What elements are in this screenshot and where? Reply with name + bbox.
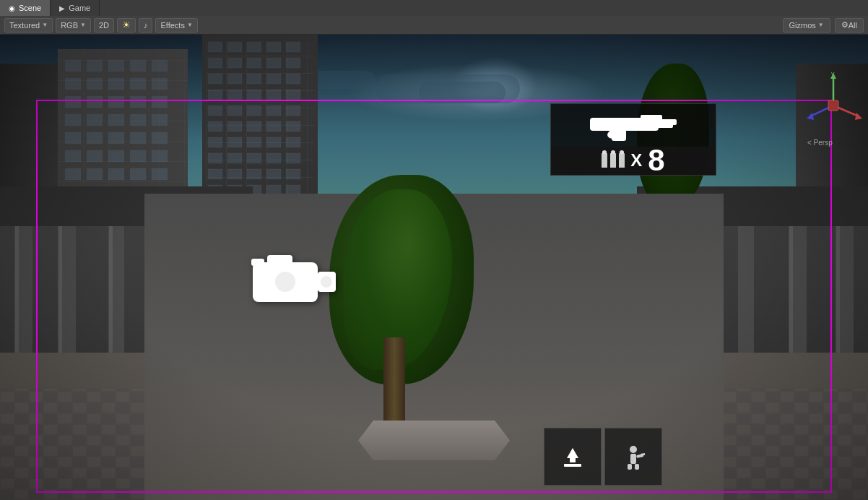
hud-player-button[interactable] xyxy=(604,428,662,486)
svg-rect-28 xyxy=(87,132,103,144)
svg-rect-148 xyxy=(828,100,838,111)
svg-rect-55 xyxy=(266,58,281,68)
ammo-x-label: X xyxy=(630,150,642,171)
svg-rect-125 xyxy=(251,259,264,266)
gizmos-dropdown[interactable]: Gizmos ▼ xyxy=(783,18,830,33)
svg-rect-52 xyxy=(208,58,222,68)
scene-viewport[interactable]: X 8 xyxy=(0,35,868,500)
tree-planter xyxy=(358,421,510,460)
svg-rect-54 xyxy=(247,58,261,68)
textured-dropdown[interactable]: Textured ▼ xyxy=(4,18,53,33)
svg-rect-36 xyxy=(152,150,168,162)
tab-scene[interactable]: ◉ Scene xyxy=(0,0,51,16)
game-tab-label: Game xyxy=(69,4,90,12)
svg-rect-80 xyxy=(266,137,281,147)
audio-button[interactable]: ♪ xyxy=(139,18,153,33)
svg-rect-56 xyxy=(286,58,300,68)
svg-marker-145 xyxy=(855,113,862,120)
audio-icon: ♪ xyxy=(144,21,148,30)
all-button[interactable]: ⚙ All xyxy=(835,18,864,33)
svg-rect-25 xyxy=(130,114,146,126)
svg-marker-135 xyxy=(567,448,578,462)
svg-rect-89 xyxy=(247,169,261,179)
svg-rect-134 xyxy=(564,464,581,467)
svg-rect-41 xyxy=(152,168,168,180)
bullet-1 xyxy=(602,153,607,168)
textured-arrow-icon: ▼ xyxy=(42,22,48,28)
svg-rect-124 xyxy=(267,255,292,265)
svg-rect-84 xyxy=(247,153,261,163)
hud-download-button[interactable] xyxy=(544,428,602,486)
download-icon xyxy=(560,444,586,470)
sun-button[interactable]: ☀ xyxy=(117,18,136,33)
svg-text:y: y xyxy=(831,70,835,77)
svg-rect-91 xyxy=(286,169,300,179)
all-label: ⚙ xyxy=(841,20,849,30)
svg-rect-12 xyxy=(65,78,81,90)
scene-tab-icon: ◉ xyxy=(9,4,15,12)
svg-rect-7 xyxy=(65,60,81,72)
svg-rect-66 xyxy=(286,90,300,100)
svg-rect-68 xyxy=(227,105,242,116)
weapon-hud: X 8 xyxy=(550,103,716,176)
effects-label: Effects xyxy=(160,21,184,30)
svg-rect-50 xyxy=(266,42,281,52)
svg-rect-15 xyxy=(130,78,146,90)
svg-rect-51 xyxy=(286,42,300,52)
svg-rect-30 xyxy=(130,132,146,144)
svg-rect-79 xyxy=(247,137,261,147)
svg-rect-62 xyxy=(208,90,222,100)
svg-rect-27 xyxy=(65,132,81,144)
svg-rect-18 xyxy=(87,96,103,108)
svg-rect-48 xyxy=(227,42,242,52)
cloud-2 xyxy=(419,82,505,103)
textured-label: Textured xyxy=(9,21,40,30)
svg-rect-39 xyxy=(108,168,124,180)
svg-rect-13 xyxy=(87,78,103,90)
rgb-arrow-icon: ▼ xyxy=(80,22,86,28)
svg-rect-77 xyxy=(208,137,222,147)
weapon-ammo: X 8 xyxy=(551,147,716,175)
svg-marker-147 xyxy=(807,113,814,120)
svg-rect-83 xyxy=(227,153,242,163)
svg-rect-87 xyxy=(208,169,222,179)
svg-rect-10 xyxy=(130,60,146,72)
gizmos-arrow-icon: ▼ xyxy=(818,22,824,28)
svg-rect-24 xyxy=(108,114,124,126)
2d-label: 2D xyxy=(99,21,109,30)
svg-rect-60 xyxy=(266,74,281,84)
svg-rect-71 xyxy=(286,105,300,116)
2d-button[interactable]: 2D xyxy=(94,18,114,33)
svg-rect-59 xyxy=(247,74,261,84)
svg-rect-81 xyxy=(286,137,300,147)
svg-rect-82 xyxy=(208,153,222,163)
persp-label-area: < Persp xyxy=(807,139,862,147)
svg-point-123 xyxy=(275,272,295,292)
svg-rect-72 xyxy=(208,121,222,132)
rgb-dropdown[interactable]: RGB ▼ xyxy=(56,18,91,33)
svg-rect-63 xyxy=(227,90,242,100)
svg-rect-26 xyxy=(152,114,168,126)
svg-rect-61 xyxy=(286,74,300,84)
svg-rect-22 xyxy=(65,114,81,126)
camera-icon-wrapper xyxy=(246,244,339,312)
effects-arrow-icon: ▼ xyxy=(187,22,193,28)
svg-rect-34 xyxy=(108,150,124,162)
svg-rect-86 xyxy=(286,153,300,163)
bullet-2 xyxy=(610,153,616,168)
game-tab-icon: ▶ xyxy=(59,4,65,12)
ammo-count: 8 xyxy=(648,145,664,176)
svg-rect-74 xyxy=(247,121,261,132)
svg-rect-58 xyxy=(227,74,242,84)
tab-game[interactable]: ▶ Game xyxy=(51,0,100,16)
svg-rect-137 xyxy=(630,454,636,464)
effects-dropdown[interactable]: Effects ▼ xyxy=(155,18,197,33)
camera-icon xyxy=(246,244,339,309)
svg-rect-23 xyxy=(87,114,103,126)
svg-rect-40 xyxy=(130,168,146,180)
svg-rect-65 xyxy=(266,90,281,100)
svg-point-127 xyxy=(321,276,332,288)
player-icon xyxy=(620,444,646,470)
svg-rect-33 xyxy=(87,150,103,162)
rgb-label: RGB xyxy=(61,21,78,30)
